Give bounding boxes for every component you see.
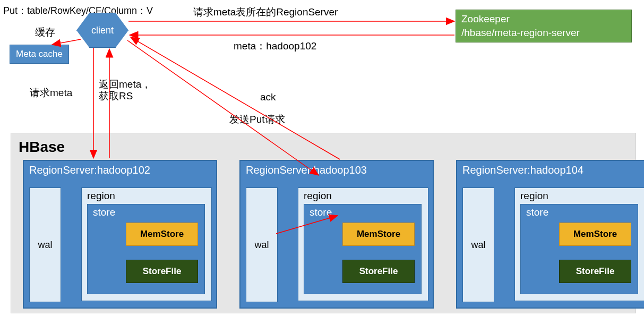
store-label: store [526,207,548,218]
memstore-box: MemStore [126,223,198,246]
region-server-title: RegionServer:hadoop103 [246,164,367,176]
region-box: region store MemStore StoreFile [298,187,428,301]
hbase-container: HBase RegionServer:hadoop102 wal region … [11,133,636,313]
storefile-box: StoreFile [126,260,198,283]
memstore-box: MemStore [559,223,631,246]
return-meta-label: 返回meta， 获取RS [99,79,151,102]
region-box: region store MemStore StoreFile [81,187,212,301]
hbase-title: HBase [19,139,65,156]
region-server-title: RegionServer:hadoop102 [29,164,150,176]
region-label: region [520,190,548,201]
ack-label: ack [260,91,276,103]
region-server-hadoop103: RegionServer:hadoop103 wal region store … [239,160,434,309]
region-box: region store MemStore StoreFile [514,187,644,301]
region-server-title: RegionServer:hadoop104 [462,164,583,176]
return-meta-line2: 获取RS [99,90,133,101]
cache-label: 缓存 [35,25,55,39]
zookeeper-line1: Zookeeper [461,12,626,26]
zookeeper-node: Zookeeper /hbase/meta-region-server [456,10,632,42]
store-label: store [310,207,332,218]
region-label: region [304,190,332,201]
meta-cache-node: Meta cache [10,45,69,64]
zookeeper-line2: /hbase/meta-region-server [461,26,626,40]
wal-box: wal [29,187,61,302]
send-put-label: 发送Put请求 [229,113,285,126]
put-command-text: Put：table/RowKey/CF/Column：V [3,4,153,17]
meta-hadoop-label: meta：hadoop102 [234,39,316,53]
diagram-canvas: Put：table/RowKey/CF/Column：V 缓存 请求meta 返… [0,0,644,316]
memstore-box: MemStore [342,223,415,246]
region-server-hadoop104: RegionServer:hadoop104 wal region store … [456,160,644,309]
store-label: store [93,207,115,218]
return-meta-line1: 返回meta， [99,79,151,90]
request-meta-label: 请求meta [30,86,72,100]
region-server-hadoop102: RegionServer:hadoop102 wal region store … [23,160,217,309]
storefile-box: StoreFile [342,260,415,283]
store-box: store MemStore StoreFile [304,204,422,294]
client-node: client [76,13,128,48]
storefile-box: StoreFile [559,260,631,283]
region-label: region [87,190,115,201]
wal-box: wal [462,187,494,302]
request-zookeeper-label: 请求meta表所在的RegionServer [193,5,338,19]
store-box: store MemStore StoreFile [87,204,205,294]
svg-line-2 [52,39,81,45]
store-box: store MemStore StoreFile [520,204,638,294]
wal-box: wal [246,187,278,302]
